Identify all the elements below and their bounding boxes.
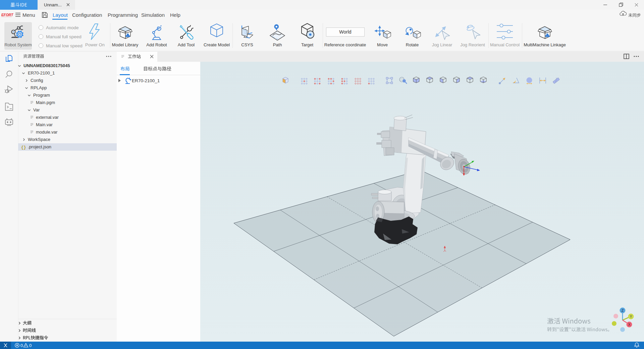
svg-text:Z: Z [622, 309, 624, 312]
svg-text:X: X [628, 323, 631, 327]
svg-text:Y: Y [630, 315, 632, 318]
